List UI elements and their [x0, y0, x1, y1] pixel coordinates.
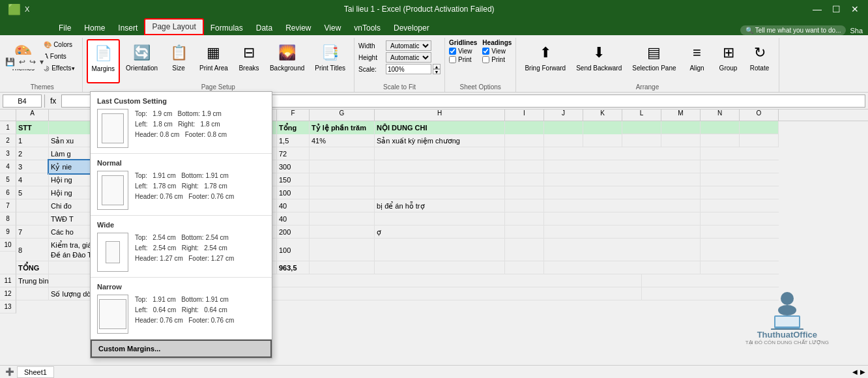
cell-13a[interactable] [16, 287, 49, 300]
height-select[interactable]: Automatic [386, 52, 431, 63]
print-area-button[interactable]: ▦ Print Area [195, 39, 233, 83]
search-box[interactable]: 🔍 Tell me what you want to do... [740, 25, 846, 35]
cell-13rest[interactable] [225, 287, 642, 300]
cell-5h[interactable] [375, 173, 505, 186]
cell-3a[interactable]: 2 [16, 147, 49, 160]
scroll-left-btn[interactable]: ◀ [852, 368, 858, 375]
cell-9g[interactable] [310, 225, 375, 239]
cell-5g[interactable] [310, 173, 375, 186]
colors-button[interactable]: 🎨 Colors [40, 39, 78, 50]
cell-7rest[interactable] [544, 199, 701, 212]
cell-5f[interactable]: 150 [277, 173, 310, 186]
tab-review[interactable]: Review [279, 21, 317, 35]
cell-11h[interactable] [375, 261, 505, 274]
size-button[interactable]: 📋 Size [164, 39, 194, 83]
cell-3g[interactable] [310, 147, 375, 160]
cell-1f[interactable]: Tổng [277, 121, 310, 134]
cell-11f[interactable]: 963,5 [277, 261, 310, 274]
cell-11i[interactable] [505, 261, 544, 274]
cell-10g[interactable] [310, 239, 375, 261]
cell-7f[interactable]: 40 [277, 199, 310, 212]
cell-9rest[interactable] [544, 225, 701, 239]
cell-2a[interactable]: 1 [16, 134, 49, 147]
headings-print-checkbox[interactable] [482, 56, 489, 63]
cell-8rest[interactable] [544, 212, 701, 225]
dropdown-arrow[interactable]: ▾ [38, 57, 45, 66]
tab-insert[interactable]: Insert [111, 21, 144, 35]
cell-6i[interactable] [505, 186, 544, 199]
cell-2l[interactable] [622, 134, 661, 147]
tab-data[interactable]: Data [250, 21, 279, 35]
group-button[interactable]: ⊞ Group [714, 39, 744, 83]
cell-4a[interactable]: 3 [16, 160, 49, 173]
user-account[interactable]: Sha [850, 27, 863, 35]
cell-9f[interactable]: 200 [277, 225, 310, 239]
cell-1n[interactable] [701, 121, 740, 134]
cell-10i[interactable] [505, 239, 544, 261]
cell-3f[interactable]: 72 [277, 147, 310, 160]
minimize-btn[interactable]: — [809, 4, 826, 14]
cell-11a[interactable]: TỔNG [16, 261, 49, 274]
cell-4i[interactable] [505, 160, 544, 173]
tab-view[interactable]: View [318, 21, 348, 35]
margins-button[interactable]: 📄 Margins [87, 39, 121, 83]
tab-page-layout[interactable]: Page Layout [144, 18, 203, 35]
cell-2f[interactable]: 1,5 [277, 134, 310, 147]
breaks-button[interactable]: ⊟ Breaks [234, 39, 264, 83]
cell-12a[interactable]: Trung bình [16, 274, 49, 287]
close-btn[interactable]: ✕ [847, 4, 863, 14]
cell-9a[interactable]: 7 [16, 225, 49, 239]
restore-btn[interactable]: ☐ [828, 4, 845, 14]
cell-1l[interactable] [622, 121, 661, 134]
headings-view-checkbox[interactable] [482, 48, 489, 55]
cell-10rest[interactable] [544, 239, 701, 261]
cell-5rest[interactable] [544, 173, 701, 186]
cell-7h[interactable]: bị để án hỗ trợ [375, 199, 505, 212]
cell-6rest[interactable] [544, 186, 701, 199]
background-button[interactable]: 🌄 Background [265, 39, 309, 83]
tab-vntools[interactable]: vnTools [347, 21, 387, 35]
cell-9i[interactable] [505, 225, 544, 239]
cell-1g[interactable]: Tỷ lệ phần trăm [310, 121, 375, 134]
add-sheet-btn[interactable]: ➕ [3, 368, 17, 376]
cell-2n[interactable] [701, 134, 740, 147]
cell-8g[interactable] [310, 212, 375, 225]
cell-9h[interactable]: ợ [375, 225, 505, 239]
cell-2o[interactable] [740, 134, 779, 147]
cell-8a[interactable] [16, 212, 49, 225]
cell-1j[interactable] [544, 121, 583, 134]
width-select[interactable]: Automatic [386, 40, 431, 51]
orientation-button[interactable]: 🔄 Orientation [121, 39, 162, 83]
cell-8f[interactable]: 40 [277, 212, 310, 225]
cell-6h[interactable] [375, 186, 505, 199]
cell-11rest[interactable] [544, 261, 701, 274]
cell-2m[interactable] [661, 134, 701, 147]
cell-5a[interactable]: 4 [16, 173, 49, 186]
cell-3i[interactable] [505, 147, 544, 160]
tab-file[interactable]: File [52, 21, 78, 35]
cell-1k[interactable] [583, 121, 622, 134]
cell-8h[interactable] [375, 212, 505, 225]
rotate-button[interactable]: ↻ Rotate [745, 39, 775, 83]
cell-1a[interactable]: STT [16, 121, 49, 134]
name-box[interactable] [3, 94, 42, 108]
tab-formulas[interactable]: Formulas [204, 21, 250, 35]
cell-3rest[interactable] [544, 147, 701, 160]
cell-11g[interactable] [310, 261, 375, 274]
cell-4g[interactable] [310, 160, 375, 173]
cell-1h[interactable]: NỘI DUNG CHI [375, 121, 505, 134]
cell-2h[interactable]: Sản xuất kỳ niệm chương [375, 134, 505, 147]
cell-4f[interactable]: 300 [277, 160, 310, 173]
scale-down-btn[interactable]: ▼ [433, 69, 441, 74]
cell-1o[interactable] [740, 121, 779, 134]
cell-2j[interactable] [544, 134, 583, 147]
cell-7i[interactable] [505, 199, 544, 212]
tab-developer[interactable]: Developer [387, 21, 436, 35]
cell-1m[interactable] [661, 121, 701, 134]
cell-12rest[interactable] [225, 274, 642, 287]
gridlines-view-checkbox[interactable] [449, 48, 456, 55]
cell-8i[interactable] [505, 212, 544, 225]
cell-2k[interactable] [583, 134, 622, 147]
undo-btn[interactable]: ↩ [18, 57, 27, 66]
cell-7a[interactable] [16, 199, 49, 212]
